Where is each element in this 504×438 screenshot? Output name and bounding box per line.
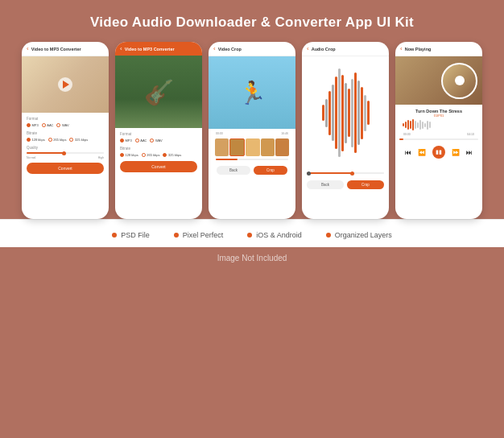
phone4-slider-thumb-left xyxy=(307,171,311,176)
feature-psd-text: PSD File xyxy=(121,231,150,239)
format-wav[interactable]: WAV xyxy=(56,123,68,127)
format-mp3-2[interactable]: MP3 xyxy=(120,138,132,143)
skip-forward-icon[interactable]: ⏭ xyxy=(466,149,473,156)
crop-button-3[interactable]: Crop xyxy=(254,166,287,175)
radio-128-label: 128 kbps xyxy=(32,138,45,142)
play-button[interactable] xyxy=(58,77,72,92)
bitrate-128[interactable]: 128 kbps xyxy=(27,138,45,142)
now-playing-wave xyxy=(399,118,478,132)
format-wav-2[interactable]: WAV xyxy=(150,138,162,143)
phone-5: ‹ Now Playing Turn Down The Stress 01/P0… xyxy=(395,42,482,219)
mini-bar-9 xyxy=(422,122,423,129)
quality-slider-thumb xyxy=(62,151,66,155)
radio-aac-label: AAC xyxy=(47,123,53,127)
radio-wav-label: WAV xyxy=(62,123,69,127)
phone3-body: 00:00 16:46 Back Crop xyxy=(209,129,295,219)
skip-back-icon[interactable]: ⏮ xyxy=(405,149,411,156)
format-options: MP3 AAC WAV xyxy=(27,123,104,127)
format-aac-2[interactable]: AAC xyxy=(135,138,147,143)
dot-layers xyxy=(326,233,331,238)
feature-layers-text: Organized Layers xyxy=(335,231,392,239)
back-arrow-icon-4[interactable]: ‹ xyxy=(307,45,309,52)
radio-265-label: 265 kbps xyxy=(53,138,66,142)
format-aac[interactable]: AAC xyxy=(42,123,54,127)
main-title: Video Audio Downloader & Converter App U… xyxy=(90,14,414,30)
phones-section: ‹ Video to MP3 Converter Format MP3 AAC xyxy=(14,42,490,219)
feature-ios: iOS & Android xyxy=(247,231,302,239)
bitrate-128-2[interactable]: 128 kbps xyxy=(120,153,138,157)
wave-bar-1 xyxy=(322,105,324,121)
bitrate-options-2: 128 kbps 265 kbps 325 kbps xyxy=(120,153,197,157)
video-timeline xyxy=(212,136,292,159)
phone4-slider[interactable] xyxy=(307,172,384,174)
back-arrow-icon-5[interactable]: ‹ xyxy=(400,45,403,52)
radio-mp3-label: MP3 xyxy=(32,123,39,127)
wave-bar-11 xyxy=(354,72,357,153)
back-arrow-icon-2[interactable]: ‹ xyxy=(120,45,122,52)
phone1-title: Video to MP3 Converter xyxy=(31,47,81,52)
radio-265-dot-2 xyxy=(142,153,146,157)
radio-aac-dot xyxy=(42,123,46,127)
feature-pixel: Pixel Perfect xyxy=(174,231,224,239)
phone3-header: ‹ Video Crop xyxy=(209,42,295,56)
phone2-image: 🎸 xyxy=(115,56,202,128)
crop-button-4[interactable]: Crop xyxy=(347,180,384,189)
wave-bar-12 xyxy=(357,81,360,145)
radio-wav-dot xyxy=(56,123,60,127)
play-icon xyxy=(63,81,69,89)
phone2-title: Video to MP3 Converter xyxy=(125,47,175,52)
not-included-bar: Image Not Included xyxy=(0,247,504,269)
phone-4: ‹ Audio Crop Bac xyxy=(302,42,389,219)
quality-slider[interactable] xyxy=(27,152,104,154)
phone4-title: Audio Crop xyxy=(312,47,336,52)
guitarist-figure: 🎸 xyxy=(144,78,174,106)
quality-high: High xyxy=(98,156,104,159)
radio-325-dot-2 xyxy=(163,153,167,157)
timeline-thumb-1 xyxy=(215,138,229,156)
next-icon[interactable]: ⏩ xyxy=(452,149,460,156)
radio-mp3-label-2: MP3 xyxy=(126,138,132,143)
timeline-thumb-2 xyxy=(229,138,245,156)
phone3-title: Video Crop xyxy=(218,47,242,52)
format-mp3[interactable]: MP3 xyxy=(27,123,39,127)
wave-bar-13 xyxy=(361,87,363,139)
wave-bar-7 xyxy=(341,75,344,151)
phone-3: ‹ Video Crop 🏃 00:00 16:46 xyxy=(209,42,295,219)
mini-bar-12 xyxy=(429,122,431,128)
feature-pixel-text: Pixel Perfect xyxy=(183,231,224,239)
quality-slider-fill xyxy=(27,152,65,154)
timeline-thumb-3 xyxy=(246,138,259,156)
title-section: Video Audio Downloader & Converter App U… xyxy=(0,0,504,42)
radio-wav-dot-2 xyxy=(150,138,154,143)
radio-325-label: 325 kbps xyxy=(75,138,88,142)
progress-bar-player[interactable] xyxy=(399,138,478,140)
convert-button-2[interactable]: Convert xyxy=(120,161,197,172)
phone1-body: Format MP3 AAC WAV Bitrate xyxy=(22,113,109,219)
player-progress: 00:00 04:10 xyxy=(399,132,478,137)
back-arrow-icon[interactable]: ‹ xyxy=(27,45,29,52)
time-total: 04:10 xyxy=(467,133,474,136)
bitrate-325-2[interactable]: 325 kbps xyxy=(163,153,181,157)
wave-bar-5 xyxy=(335,76,337,149)
wave-bar-2 xyxy=(325,99,328,127)
bitrate-325[interactable]: 325 kbps xyxy=(69,138,88,142)
timeline-thumb-4 xyxy=(261,138,275,156)
progress-track[interactable] xyxy=(216,159,288,160)
back-arrow-icon-3[interactable]: ‹ xyxy=(213,45,216,52)
mini-bar-1 xyxy=(403,123,404,126)
bitrate-265[interactable]: 265 kbps xyxy=(48,138,67,142)
bitrate-265-2[interactable]: 265 kbps xyxy=(142,153,160,157)
back-button-3[interactable]: Back xyxy=(217,166,250,175)
play-pause-button[interactable]: ▮▮ xyxy=(432,146,445,159)
mini-bar-8 xyxy=(419,120,421,130)
feature-ios-text: iOS & Android xyxy=(256,231,302,239)
phone5-image xyxy=(395,56,482,105)
radio-265-label-2: 265 kbps xyxy=(147,153,159,157)
phone5-body: Turn Down The Stress 01/P01 00:00 xyxy=(395,105,482,219)
convert-button[interactable]: Convert xyxy=(27,163,104,174)
radio-aac-label-2: AAC xyxy=(140,138,147,143)
back-button-4[interactable]: Back xyxy=(307,180,344,189)
quality-label: Quality xyxy=(27,146,104,150)
prev-icon[interactable]: ⏪ xyxy=(418,149,426,156)
format-label: Format xyxy=(27,117,104,121)
